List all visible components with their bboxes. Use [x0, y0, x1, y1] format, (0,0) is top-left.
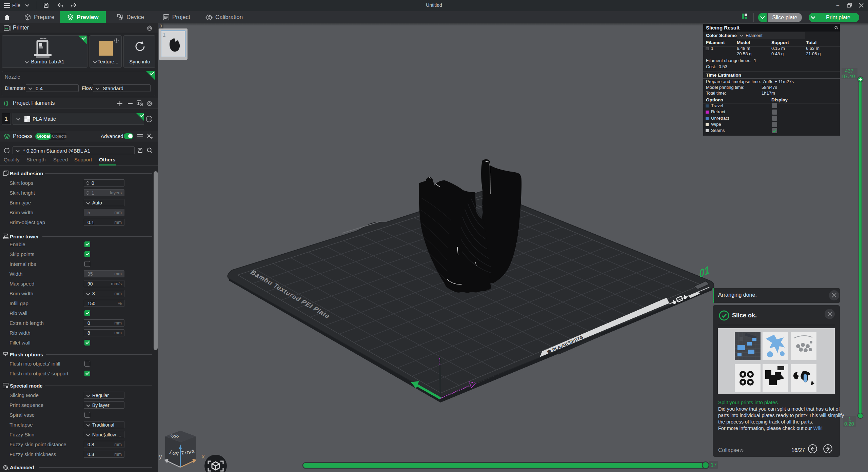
svg-text:87.40: 87.40: [842, 73, 855, 79]
svg-text:01: 01: [699, 263, 710, 280]
svg-text:437: 437: [845, 68, 853, 74]
svg-text:y: y: [159, 453, 162, 460]
svg-text:x: x: [202, 453, 205, 460]
svg-text:17: 17: [711, 462, 717, 468]
svg-text:0.20: 0.20: [844, 421, 854, 427]
